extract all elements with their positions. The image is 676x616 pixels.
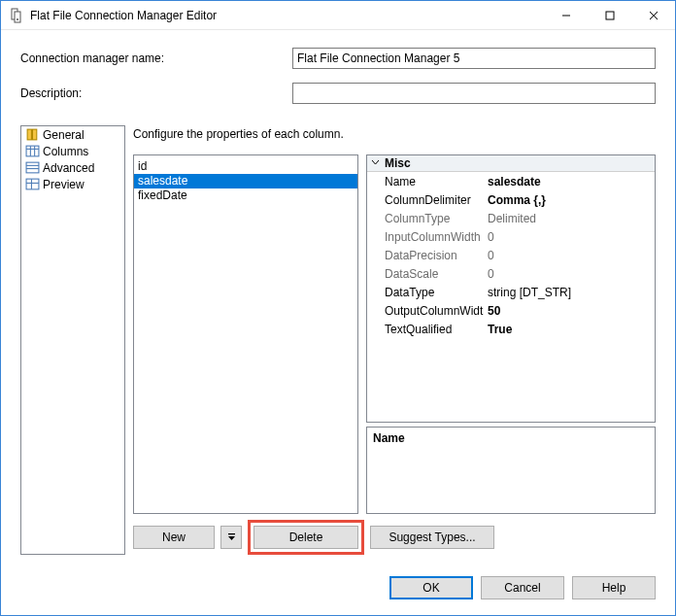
svg-rect-4 [606, 12, 614, 19]
name-label: Connection manager name: [20, 51, 292, 65]
close-button[interactable] [631, 1, 675, 29]
property-key: Name [367, 175, 484, 188]
properties-panel: Misc NamesalesdateColumnDelimiterComma {… [366, 154, 656, 514]
property-grid[interactable]: Misc NamesalesdateColumnDelimiterComma {… [366, 154, 656, 423]
cancel-button[interactable]: Cancel [481, 576, 564, 599]
property-row[interactable]: InputColumnWidth0 [367, 227, 655, 246]
property-key: DataPrecision [367, 249, 484, 262]
nav-label: Preview [43, 178, 84, 191]
window-title: Flat File Connection Manager Editor [30, 9, 544, 22]
nav-label: Advanced [43, 161, 94, 175]
property-group-title: Misc [385, 156, 411, 170]
property-value[interactable]: string [DT_STR] [484, 286, 655, 299]
desc-row: Description: [20, 83, 656, 104]
property-key: TextQualified [367, 323, 484, 336]
delete-highlight: Delete [248, 520, 364, 555]
main-panel: Configure the properties of each column.… [133, 125, 656, 555]
column-buttons: New Delete Suggest Types... [133, 520, 656, 555]
svg-rect-13 [26, 162, 39, 173]
minimize-button[interactable] [544, 1, 588, 29]
svg-rect-8 [33, 129, 37, 140]
desc-label: Description: [20, 86, 292, 100]
property-row[interactable]: OutputColumnWidth50 [367, 301, 655, 320]
window-buttons [544, 1, 675, 29]
svg-rect-16 [26, 179, 39, 189]
dialog-footer: OK Cancel Help [1, 565, 675, 615]
svg-rect-9 [26, 146, 39, 156]
column-list[interactable]: id salesdate fixedDate [133, 154, 358, 514]
property-value[interactable]: 0 [484, 230, 655, 244]
nav-item-advanced[interactable]: Advanced [21, 159, 124, 176]
help-button[interactable]: Help [572, 576, 656, 599]
description-input[interactable] [292, 83, 656, 104]
svg-rect-19 [228, 533, 235, 534]
column-item[interactable]: salesdate [134, 174, 357, 188]
nav-item-preview[interactable]: Preview [21, 176, 124, 192]
connection-name-input[interactable] [292, 48, 656, 69]
nav-item-general[interactable]: General [21, 126, 124, 143]
nav-label: General [43, 128, 84, 142]
property-description: Name [366, 427, 656, 514]
new-dropdown-button[interactable] [220, 526, 242, 549]
titlebar: Flat File Connection Manager Editor [1, 1, 675, 30]
property-key: ColumnType [367, 212, 484, 225]
property-row[interactable]: Namesalesdate [367, 172, 655, 190]
property-row[interactable]: ColumnTypeDelimited [367, 209, 655, 227]
property-value[interactable]: salesdate [484, 175, 655, 188]
property-key: ColumnDelimiter [367, 193, 484, 207]
property-row[interactable]: DataTypestring [DT_STR] [367, 283, 655, 301]
delete-button[interactable]: Delete [254, 526, 358, 549]
property-value[interactable]: 50 [484, 304, 655, 318]
chevron-down-icon [371, 156, 381, 170]
property-rows: NamesalesdateColumnDelimiterComma {,}Col… [367, 172, 655, 338]
nav-label: Columns [43, 145, 88, 158]
property-key: OutputColumnWidth [367, 304, 484, 318]
svg-rect-7 [27, 129, 31, 140]
property-value[interactable]: Delimited [484, 212, 655, 225]
property-value[interactable]: Comma {,} [484, 193, 655, 207]
dialog-window: Flat File Connection Manager Editor Conn… [0, 0, 676, 616]
columns-area: id salesdate fixedDate Misc Namesalesdat… [133, 154, 656, 514]
new-button[interactable]: New [133, 526, 215, 549]
nav-item-columns[interactable]: Columns [21, 143, 124, 159]
property-value[interactable]: 0 [484, 267, 655, 281]
preview-icon [25, 177, 40, 191]
column-item[interactable]: id [134, 159, 357, 174]
column-item[interactable]: fixedDate [134, 188, 357, 203]
property-row[interactable]: TextQualifiedTrue [367, 320, 655, 338]
svg-rect-1 [15, 12, 20, 22]
property-group-header[interactable]: Misc [367, 155, 655, 172]
hint-text: Configure the properties of each column. [133, 127, 656, 141]
dropdown-icon [227, 530, 236, 544]
ok-button[interactable]: OK [389, 576, 473, 599]
property-value[interactable]: True [484, 323, 655, 336]
property-row[interactable]: DataScale0 [367, 264, 655, 283]
advanced-icon [25, 160, 40, 175]
body: General Columns Advanced Preview Configu… [1, 125, 675, 565]
general-icon [25, 127, 40, 142]
property-desc-title: Name [373, 431, 649, 445]
maximize-button[interactable] [588, 1, 631, 29]
property-value[interactable]: 0 [484, 249, 655, 262]
property-key: DataScale [367, 267, 484, 281]
suggest-types-button[interactable]: Suggest Types... [370, 526, 494, 549]
app-icon [9, 8, 24, 23]
svg-point-2 [17, 18, 18, 20]
name-row: Connection manager name: [20, 48, 656, 69]
property-key: DataType [367, 286, 484, 299]
property-row[interactable]: ColumnDelimiterComma {,} [367, 190, 655, 209]
property-row[interactable]: DataPrecision0 [367, 246, 655, 264]
form-area: Connection manager name: Description: [1, 30, 675, 125]
nav-tree[interactable]: General Columns Advanced Preview [20, 125, 125, 555]
property-key: InputColumnWidth [367, 230, 484, 244]
columns-icon [25, 144, 40, 158]
